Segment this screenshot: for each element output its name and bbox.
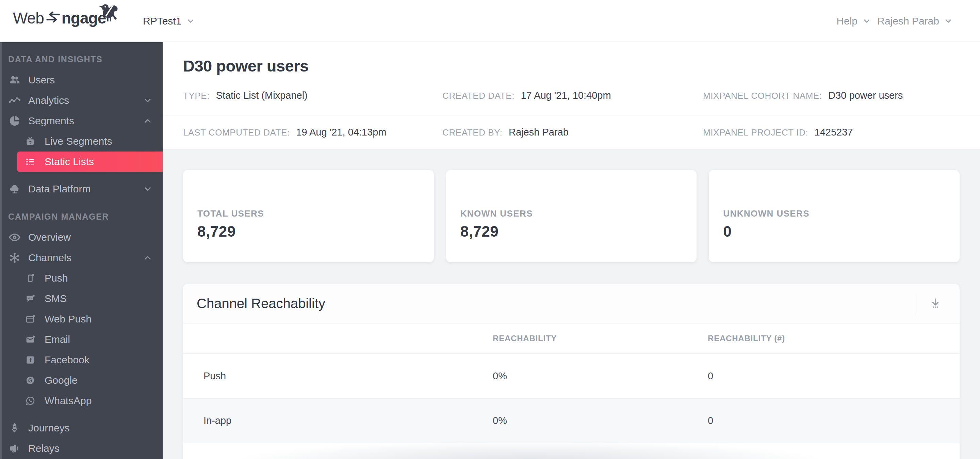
page-title: D30 power users xyxy=(163,42,980,76)
stat-value: 8,729 xyxy=(460,223,697,240)
sidebar-item-sms[interactable]: SMS xyxy=(0,288,163,309)
logo-text-web: Web xyxy=(13,9,44,27)
column-header-reachability-count: REACHABILITY (#) xyxy=(708,334,959,343)
sidebar-item-label: Relays xyxy=(28,443,60,454)
sidebar-item-data-platform[interactable]: Data Platform xyxy=(0,179,163,199)
sidebar-item-push[interactable]: Push xyxy=(0,268,163,288)
sidebar-item-users[interactable]: Users xyxy=(0,70,163,90)
sidebar-item-label: Analytics xyxy=(28,95,69,106)
bird-icon xyxy=(98,1,121,24)
stat-label: TOTAL USERS xyxy=(197,209,434,219)
page-header: D30 power users TYPE: Static List (Mixpa… xyxy=(163,42,980,150)
sidebar-item-label: Users xyxy=(28,74,55,86)
download-icon xyxy=(929,296,942,312)
sidebar-item-label: Google xyxy=(45,375,78,386)
project-switcher[interactable]: RPTest1 xyxy=(143,0,195,42)
panel-title: Channel Reachability xyxy=(183,296,325,311)
chevron-down-icon xyxy=(186,17,195,26)
meta-created-by-value: Rajesh Parab xyxy=(509,127,569,137)
meta-cohort-value: D30 power users xyxy=(828,90,903,101)
sidebar-item-label: Overview xyxy=(28,231,71,243)
email-icon xyxy=(24,334,36,345)
column-header-reachability: REACHABILITY xyxy=(493,334,708,343)
meta-project-id-label: MIXPANEL PROJECT ID: xyxy=(703,128,808,137)
webengage-logo[interactable]: Web ngage xyxy=(13,9,106,27)
push-icon xyxy=(24,273,36,284)
sidebar-item-static-lists[interactable]: Static Lists xyxy=(17,151,163,172)
sidebar-item-label: Segments xyxy=(28,115,74,127)
cell-reachability-count: 0 xyxy=(708,415,959,426)
data-platform-icon xyxy=(8,183,21,196)
sidebar-item-label: Channels xyxy=(28,252,72,263)
sidebar-item-label: WhatsApp xyxy=(45,395,92,406)
stat-label: KNOWN USERS xyxy=(460,209,697,219)
meta-created-date: CREATED DATE: 17 Aug '21, 10:40pm xyxy=(442,90,703,101)
sidebar-item-label: SMS xyxy=(45,293,67,304)
journeys-icon xyxy=(8,422,21,435)
meta-last-computed-value: 19 Aug '21, 04:13pm xyxy=(296,127,386,137)
help-menu[interactable]: Help xyxy=(837,0,871,42)
user-menu[interactable]: Rajesh Parab xyxy=(877,0,953,42)
meta-type: TYPE: Static List (Mixpanel) xyxy=(183,90,442,101)
sidebar-item-web-push[interactable]: Web Push xyxy=(0,309,163,329)
google-icon: G xyxy=(24,375,36,386)
webengage-app: Web ngage xyxy=(0,0,980,459)
stat-value: 0 xyxy=(723,223,959,240)
chevron-down-icon xyxy=(143,184,153,194)
sidebar-item-analytics[interactable]: Analytics xyxy=(0,90,163,111)
chevron-down-icon xyxy=(862,17,871,26)
meta-type-label: TYPE: xyxy=(183,91,210,101)
cell-reachability: 0% xyxy=(493,415,708,426)
sidebar-item-channels[interactable]: Channels xyxy=(0,247,163,268)
stat-label: UNKNOWN USERS xyxy=(723,209,959,219)
overview-icon xyxy=(8,231,21,244)
sidebar-item-label: Journeys xyxy=(28,422,70,434)
facebook-icon: f xyxy=(24,354,36,366)
sidebar-item-live-segments[interactable]: Live Segments xyxy=(0,131,163,151)
table-row-push: Push 0% 0 xyxy=(183,354,959,399)
sidebar-item-facebook[interactable]: f Facebook xyxy=(0,350,163,370)
meta-project-id-value: 1425237 xyxy=(815,127,853,137)
sidebar-item-overview[interactable]: Overview xyxy=(0,227,163,247)
stat-card-unknown-users: UNKNOWN USERS 0 xyxy=(709,170,959,262)
chevron-down-icon xyxy=(944,17,953,26)
meta-created-date-value: 17 Aug '21, 10:40pm xyxy=(520,90,611,101)
stat-value: 8,729 xyxy=(197,223,434,240)
cell-channel: In-app xyxy=(183,415,493,426)
sidebar-item-whatsapp[interactable]: WhatsApp xyxy=(0,390,163,411)
meta-type-value: Static List (Mixpanel) xyxy=(216,90,308,101)
meta-created-by: CREATED BY: Rajesh Parab xyxy=(442,127,703,138)
meta-project-id: MIXPANEL PROJECT ID: 1425237 xyxy=(703,127,980,138)
svg-text:f: f xyxy=(30,357,32,363)
relays-icon xyxy=(8,442,21,455)
whatsapp-icon xyxy=(24,395,36,406)
sidebar-item-journeys[interactable]: Journeys xyxy=(0,418,163,438)
meta-created-by-label: CREATED BY: xyxy=(442,128,503,137)
chevron-up-icon xyxy=(143,116,153,126)
sidebar-item-google[interactable]: G Google xyxy=(0,370,163,390)
project-name: RPTest1 xyxy=(143,15,181,27)
sidebar-item-label: Live Segments xyxy=(45,135,112,147)
help-label: Help xyxy=(837,15,858,27)
chevron-down-icon xyxy=(143,96,153,105)
sidebar-item-relays[interactable]: Relays xyxy=(0,438,163,459)
cell-channel: Push xyxy=(183,370,493,382)
sidebar-nav: DATA AND INSIGHTS Users xyxy=(0,42,163,459)
svg-text:G: G xyxy=(28,377,33,383)
user-name: Rajesh Parab xyxy=(877,15,939,27)
live-segments-icon xyxy=(24,135,36,147)
sidebar-item-segments[interactable]: Segments xyxy=(0,111,163,131)
meta-cohort-label: MIXPANEL COHORT NAME: xyxy=(703,91,822,101)
download-button[interactable] xyxy=(925,293,946,315)
panel-header: Channel Reachability xyxy=(183,284,959,324)
header-divider xyxy=(915,293,915,315)
sidebar-item-email[interactable]: Email xyxy=(0,329,163,350)
meta-created-date-label: CREATED DATE: xyxy=(442,91,514,101)
main-content: D30 power users TYPE: Static List (Mixpa… xyxy=(163,42,980,459)
cell-reachability-count: 0 xyxy=(708,370,959,382)
stat-card-known-users: KNOWN USERS 8,729 xyxy=(446,170,697,262)
channel-reachability-panel: Channel Reachability REACHABILITY REACHA… xyxy=(183,284,959,459)
sidebar-item-label: Data Platform xyxy=(28,183,91,195)
users-icon xyxy=(8,73,21,86)
sidebar-section-header: CAMPAIGN MANAGER xyxy=(8,212,163,222)
